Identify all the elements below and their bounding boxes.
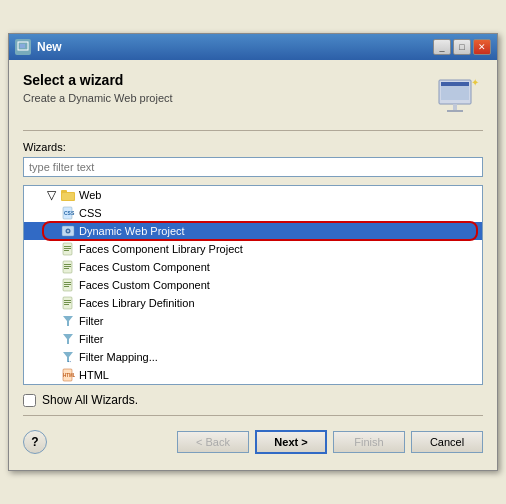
- button-bar: ? < Back Next > Finish Cancel: [23, 424, 483, 458]
- cancel-button[interactable]: Cancel: [411, 431, 483, 453]
- svg-rect-22: [64, 266, 71, 267]
- finish-button[interactable]: Finish: [333, 431, 405, 453]
- html-icon: HTML: [60, 367, 76, 383]
- page-icon-css: CSS: [60, 205, 76, 221]
- svg-rect-6: [447, 110, 463, 112]
- svg-marker-33: [63, 334, 73, 344]
- svg-text:✦: ✦: [471, 77, 479, 88]
- header-separator: [23, 130, 483, 131]
- filter-mapping-icon: ↔: [60, 349, 76, 365]
- window-title: New: [37, 40, 62, 54]
- svg-rect-19: [64, 250, 69, 251]
- bottom-separator: [23, 415, 483, 416]
- svg-rect-5: [453, 104, 457, 110]
- tree-item-filter2[interactable]: Filter: [24, 330, 482, 348]
- header-section: Select a wizard Create a Dynamic Web pro…: [23, 72, 483, 120]
- svg-rect-10: [62, 193, 74, 200]
- svg-text:CSS: CSS: [64, 210, 75, 216]
- tree-item-html[interactable]: HTML HTML: [24, 366, 482, 384]
- tree-label-web: Web: [79, 189, 101, 201]
- svg-text:↔: ↔: [67, 358, 72, 364]
- svg-rect-1: [20, 44, 25, 48]
- tree-label-faces-def: Faces Custom Component: [79, 279, 210, 291]
- wizard-tree[interactable]: ▽ Web CSS CSS: [23, 185, 483, 385]
- tree-item-faces-component-library[interactable]: Faces Component Library Project: [24, 240, 482, 258]
- new-wizard-dialog: New _ □ ✕ Select a wizard Create a Dynam…: [8, 33, 498, 471]
- expand-icon-web: ▽: [44, 188, 58, 202]
- tree-label-faces-lib: Faces Library Definition: [79, 297, 195, 309]
- tree-label-faces-comp: Faces Component Library Project: [79, 243, 243, 255]
- maximize-button[interactable]: □: [453, 39, 471, 55]
- tree-label-faces-custom: Faces Custom Component: [79, 261, 210, 273]
- close-button[interactable]: ✕: [473, 39, 491, 55]
- svg-rect-4: [441, 82, 469, 86]
- title-bar-left: New: [15, 39, 62, 55]
- tree-label-dynamic: Dynamic Web Project: [79, 225, 185, 237]
- header-text: Select a wizard Create a Dynamic Web pro…: [23, 72, 173, 104]
- filter-icon-1: [60, 313, 76, 329]
- gear-icon-dynamic: [60, 223, 76, 239]
- svg-rect-31: [64, 304, 69, 305]
- tree-item-faces-library[interactable]: Faces Library Definition: [24, 294, 482, 312]
- svg-rect-30: [64, 302, 71, 303]
- tree-item-faces-definitions[interactable]: Faces Custom Component: [24, 276, 482, 294]
- svg-rect-25: [64, 282, 71, 283]
- tree-label-html: HTML: [79, 369, 109, 381]
- wizard-icon: ✦: [435, 72, 483, 120]
- svg-marker-32: [63, 316, 73, 326]
- dialog-title: Select a wizard: [23, 72, 173, 88]
- tree-item-css[interactable]: CSS CSS: [24, 204, 482, 222]
- tree-item-web[interactable]: ▽ Web: [24, 186, 482, 204]
- page-icon-faces-comp: [60, 241, 76, 257]
- title-buttons: _ □ ✕: [433, 39, 491, 55]
- show-all-checkbox[interactable]: [23, 394, 36, 407]
- tree-item-filter1[interactable]: Filter: [24, 312, 482, 330]
- filter-input[interactable]: [23, 157, 483, 177]
- back-button[interactable]: < Back: [177, 431, 249, 453]
- svg-rect-21: [64, 264, 71, 265]
- show-all-label: Show All Wizards.: [42, 393, 138, 407]
- folder-icon-web: [60, 187, 76, 203]
- wizards-label: Wizards:: [23, 141, 483, 153]
- tree-item-dynamic-web-project[interactable]: Dynamic Web Project: [24, 222, 482, 240]
- tree-label-filter-mapping: Filter Mapping...: [79, 351, 158, 363]
- svg-point-15: [67, 230, 69, 232]
- tree-label-css: CSS: [79, 207, 102, 219]
- svg-text:HTML: HTML: [63, 373, 75, 378]
- help-button[interactable]: ?: [23, 430, 47, 454]
- page-icon-faces-def: [60, 277, 76, 293]
- tree-item-faces-custom[interactable]: Faces Custom Component: [24, 258, 482, 276]
- next-button[interactable]: Next >: [255, 430, 327, 454]
- dialog-content: Select a wizard Create a Dynamic Web pro…: [9, 60, 497, 470]
- svg-rect-18: [64, 248, 71, 249]
- tree-item-filter-mapping[interactable]: ↔ Filter Mapping...: [24, 348, 482, 366]
- svg-rect-29: [64, 300, 71, 301]
- tree-label-filter2: Filter: [79, 333, 103, 345]
- show-all-wizards: Show All Wizards.: [23, 393, 483, 407]
- title-bar: New _ □ ✕: [9, 34, 497, 60]
- tree-label-filter1: Filter: [79, 315, 103, 327]
- filter-icon-2: [60, 331, 76, 347]
- svg-rect-17: [64, 246, 71, 247]
- minimize-button[interactable]: _: [433, 39, 451, 55]
- tree-item-jsp[interactable]: JSP JSP: [24, 384, 482, 385]
- page-icon-faces-custom: [60, 259, 76, 275]
- svg-rect-27: [64, 286, 69, 287]
- window-icon: [15, 39, 31, 55]
- page-icon-faces-lib: [60, 295, 76, 311]
- svg-rect-23: [64, 268, 69, 269]
- svg-rect-26: [64, 284, 71, 285]
- dialog-subtitle: Create a Dynamic Web project: [23, 92, 173, 104]
